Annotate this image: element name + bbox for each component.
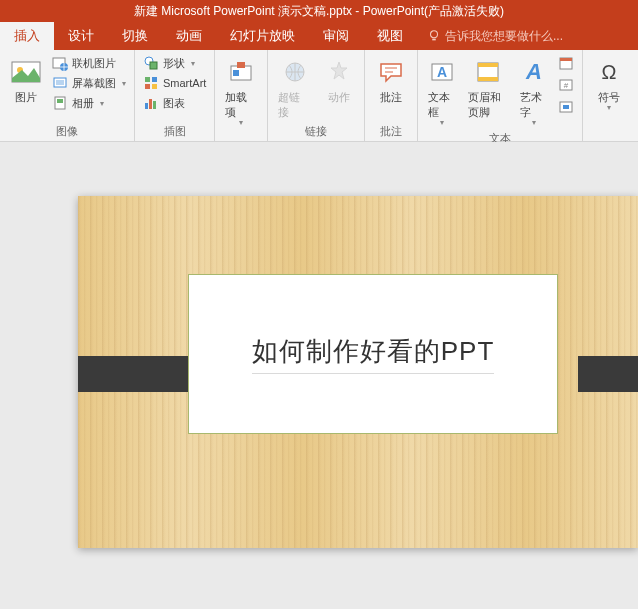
chevron-down-icon: ▾ [532,118,536,127]
svg-rect-6 [56,80,64,85]
symbol-button[interactable]: Ω 符号 ▾ [589,54,629,137]
hyperlink-icon [279,56,311,88]
chevron-down-icon: ▾ [239,118,243,127]
online-pictures-button[interactable]: 联机图片 [50,54,128,72]
slide-title-text[interactable]: 如何制作好看的PPT [252,334,495,374]
group-illustrations-label: 插图 [141,122,208,139]
addins-label: 加载项 [225,90,257,120]
svg-rect-8 [57,99,63,103]
picture-icon [10,56,42,88]
tab-view[interactable]: 视图 [363,22,417,50]
tab-insert[interactable]: 插入 [0,22,54,50]
tab-design[interactable]: 设计 [54,22,108,50]
tell-me[interactable]: 告诉我您想要做什么... [417,28,563,45]
chart-button[interactable]: 图表 [141,94,208,112]
textbox-label: 文本框 [428,90,456,120]
hyperlink-button[interactable]: 超链接 [274,54,315,122]
action-label: 动作 [328,90,350,105]
svg-rect-31 [563,105,569,109]
tab-transitions[interactable]: 切换 [108,22,162,50]
shapes-label: 形状 [163,56,185,71]
symbol-icon: Ω [593,56,625,88]
svg-rect-23 [478,63,498,67]
text-extra-1[interactable] [556,54,576,72]
screenshot-label: 屏幕截图 [72,76,116,91]
svg-rect-12 [152,77,157,82]
chevron-down-icon: ▾ [191,59,195,68]
group-symbols-label [589,137,638,139]
chevron-down-icon: ▾ [440,118,444,127]
group-links-label: 链接 [274,122,358,139]
group-addins: 加载项 ▾ [215,50,268,141]
chevron-down-icon: ▾ [122,79,126,88]
chevron-down-icon: ▾ [100,99,104,108]
wordart-icon: A [518,56,550,88]
tell-me-text: 告诉我您想要做什么... [445,28,563,45]
slide-canvas[interactable]: 如何制作好看的PPT [78,196,638,548]
wordart-button[interactable]: A 艺术字 ▾ [516,54,552,129]
comment-label: 批注 [380,90,402,105]
title-placeholder[interactable]: 如何制作好看的PPT [188,274,558,434]
action-icon [323,56,355,88]
header-footer-button[interactable]: 页眉和页脚 [464,54,512,129]
text-extra-3[interactable] [556,98,576,116]
hyperlink-label: 超链接 [278,90,311,120]
pictures-label: 图片 [15,90,37,105]
group-addins-label [221,137,261,139]
chart-label: 图表 [163,96,185,111]
chevron-down-icon: ▾ [607,103,611,112]
smartart-label: SmartArt [163,77,206,89]
header-footer-label: 页眉和页脚 [468,90,508,120]
svg-rect-16 [149,99,152,109]
addins-button[interactable]: 加载项 ▾ [221,54,261,137]
shapes-icon [143,55,159,71]
svg-rect-13 [145,84,150,89]
group-text: A 文本框 ▾ 页眉和页脚 A 艺术字 ▾ # 文本 [418,50,583,141]
comment-icon [375,56,407,88]
equation-button[interactable]: π 公 [633,54,638,137]
svg-rect-24 [478,77,498,81]
album-icon [52,95,68,111]
slide-editor[interactable]: 如何制作好看的PPT [0,142,638,609]
shapes-button[interactable]: 形状 ▾ [141,54,208,72]
group-illustrations: 形状 ▾ SmartArt 图表 插图 [135,50,215,141]
date-icon [558,55,574,71]
tab-slideshow[interactable]: 幻灯片放映 [216,22,309,50]
decoration-bar-right [578,356,638,392]
group-comments: 批注 批注 [365,50,418,141]
screenshot-button[interactable]: 屏幕截图 ▾ [50,74,128,92]
window-title: 新建 Microsoft PowerPoint 演示文稿.pptx - Powe… [134,3,504,20]
svg-rect-14 [152,84,157,89]
chart-icon [143,95,159,111]
pictures-button[interactable]: 图片 [6,54,46,122]
online-pictures-label: 联机图片 [72,56,116,71]
comment-button[interactable]: 批注 [371,54,411,122]
svg-rect-17 [153,101,156,109]
header-footer-icon [472,56,504,88]
action-button[interactable]: 动作 [319,54,359,122]
titlebar: 新建 Microsoft PowerPoint 演示文稿.pptx - Powe… [0,0,638,22]
svg-rect-11 [145,77,150,82]
lightbulb-icon [427,29,441,43]
slide-background: 如何制作好看的PPT [78,196,638,548]
svg-point-0 [431,31,438,38]
group-comments-label: 批注 [371,122,411,139]
smartart-button[interactable]: SmartArt [141,74,208,92]
svg-text:#: # [564,81,569,90]
object-icon [558,99,574,115]
textbox-icon: A [426,56,458,88]
group-images-label: 图像 [6,122,128,139]
photo-album-button[interactable]: 相册 ▾ [50,94,128,112]
addins-icon [225,56,257,88]
svg-rect-27 [560,58,572,61]
textbox-button[interactable]: A 文本框 ▾ [424,54,460,129]
tab-animations[interactable]: 动画 [162,22,216,50]
text-extra-2[interactable]: # [556,76,576,94]
decoration-bar-left [78,356,188,392]
wordart-label: 艺术字 [520,90,548,120]
slide-number-icon: # [558,77,574,93]
svg-rect-15 [145,103,148,109]
screenshot-icon [52,75,68,91]
svg-text:Ω: Ω [602,61,617,83]
tab-review[interactable]: 审阅 [309,22,363,50]
